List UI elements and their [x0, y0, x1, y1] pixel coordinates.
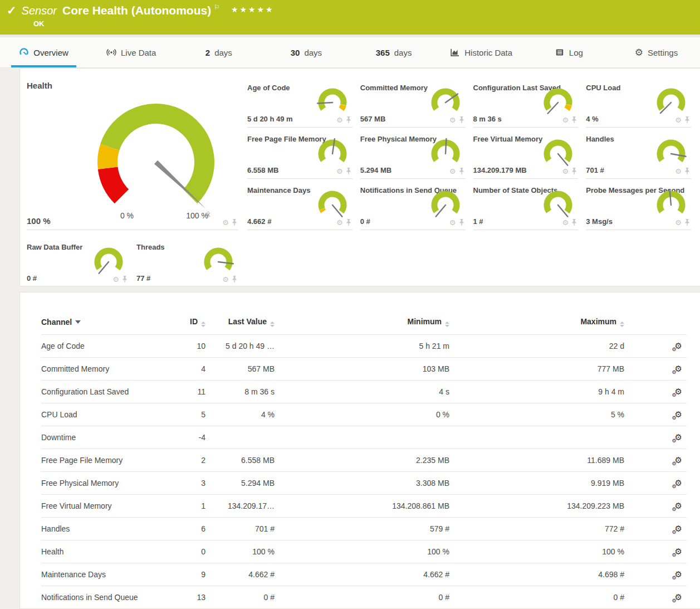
channel-settings-icon[interactable]: ⚙⚙	[675, 501, 682, 511]
channel-settings-icon[interactable]: ⚙⚙	[675, 387, 682, 397]
gear-icon[interactable]: ⚙	[562, 116, 569, 124]
tab-2-days[interactable]: 2 days	[175, 37, 262, 67]
gear-icon: ⚙	[672, 369, 677, 375]
gear-icon[interactable]: ⚙	[449, 168, 456, 175]
tab-label: days	[214, 48, 232, 57]
maximum-cell: 4.698 #	[449, 570, 624, 579]
gauge	[315, 189, 350, 221]
gear-icon[interactable]: ⚙	[336, 116, 343, 124]
gear-icon[interactable]: ⚙	[112, 276, 119, 283]
health-gauge: x̄	[72, 91, 239, 220]
channel-settings-icon[interactable]: ⚙⚙	[675, 410, 682, 420]
gauge-grid: Age of Code 5 d 20 h 49 m ⚙ Committed Me…	[247, 76, 700, 230]
gear-icon[interactable]: ⚙	[675, 116, 682, 124]
tab-30-days[interactable]: 30 days	[262, 37, 350, 67]
minimum-cell: 2.235 MB	[275, 456, 449, 465]
maximum-cell: 5 %	[449, 410, 624, 419]
gauge-tile: Age of Code 5 d 20 h 49 m ⚙	[247, 76, 353, 128]
gauge-tile-value: 5 d 20 h 49 m	[247, 115, 293, 123]
gauge	[315, 138, 350, 170]
flag-icon[interactable]: ⚐	[214, 3, 220, 11]
channel-settings-icon[interactable]: ⚙⚙	[675, 455, 682, 465]
log-icon	[555, 47, 565, 57]
gauge-tile: Threads 77 # ⚙	[136, 236, 238, 286]
tab-historic-data[interactable]: Historic Data	[438, 37, 525, 67]
gauge-tile: CPU Load 4 % ⚙	[586, 76, 691, 128]
last-value-cell: 6.558 MB	[205, 456, 275, 465]
channel-settings-icon[interactable]: ⚙⚙	[675, 432, 682, 442]
gear-icon: ⚙	[672, 392, 677, 398]
channel-settings-icon[interactable]: ⚙⚙	[675, 569, 682, 579]
pin-icon[interactable]	[346, 219, 351, 226]
pin-icon[interactable]	[346, 116, 351, 124]
channel-cell: Free Page File Memory	[41, 456, 180, 465]
channel-cell: Downtime	[41, 433, 180, 442]
tab-365-days[interactable]: 365 days	[350, 37, 438, 67]
channel-cell: Handles	[41, 524, 180, 533]
pin-icon[interactable]	[684, 116, 690, 124]
channel-cell: Health	[41, 547, 180, 556]
content-area: Health x̄ 0 % 100 % 100 % ⚙ Age of Code …	[0, 68, 700, 609]
gear-icon: ⚙	[672, 552, 677, 558]
channel-settings-icon[interactable]: ⚙⚙	[675, 478, 682, 488]
channel-settings-icon[interactable]: ⚙⚙	[675, 364, 682, 374]
channel-settings-icon[interactable]: ⚙⚙	[675, 341, 682, 351]
pin-icon[interactable]	[232, 276, 237, 283]
gauge-tile: Committed Memory 567 MB ⚙	[360, 76, 466, 128]
id-cell: 2	[180, 456, 205, 465]
health-tile-title: Health	[27, 76, 238, 90]
id-cell: 5	[180, 410, 205, 419]
channel-settings-icon[interactable]: ⚙⚙	[675, 592, 682, 602]
gear-icon: ⚙	[672, 461, 677, 466]
pin-icon[interactable]	[459, 168, 464, 175]
pin-icon[interactable]	[346, 168, 351, 175]
gear-icon: ⚙	[672, 506, 677, 512]
pin-icon[interactable]	[684, 219, 690, 226]
column-header-maximum[interactable]: Maximum	[449, 317, 624, 327]
pin-icon[interactable]	[684, 168, 690, 175]
last-value-cell: 5.294 MB	[205, 479, 275, 488]
gear-icon[interactable]: ⚙	[449, 219, 456, 226]
gauge-tile-value: 4 %	[586, 115, 598, 123]
tab-settings[interactable]: ⚙ Settings	[613, 37, 700, 67]
maximum-cell: 777 MB	[449, 364, 624, 373]
gauge-tile-value: 8 m 36 s	[473, 115, 502, 123]
gauge-tile: Free Physical Memory 5.294 MB ⚙	[360, 128, 466, 179]
channel-cell: CPU Load	[41, 410, 180, 419]
gear-icon[interactable]: ⚙	[675, 168, 682, 175]
channel-cell: Maintenance Days	[41, 570, 180, 579]
gear-icon[interactable]: ⚙	[562, 219, 569, 226]
gear-icon[interactable]: ⚙	[336, 219, 343, 226]
pin-icon[interactable]	[459, 116, 464, 124]
maximum-cell: 0 #	[449, 593, 624, 602]
channel-cell: Age of Code	[41, 342, 180, 350]
tab-log[interactable]: Log	[525, 37, 613, 67]
sort-icon	[201, 321, 205, 327]
column-header-id[interactable]: ID	[180, 317, 205, 327]
pin-icon[interactable]	[232, 219, 237, 226]
gear-icon[interactable]: ⚙	[449, 116, 456, 124]
gear-icon[interactable]: ⚙	[562, 168, 569, 175]
column-label: Minimum	[408, 317, 442, 326]
tab-overview[interactable]: Overview	[0, 37, 87, 67]
column-header-last-value[interactable]: Last Value	[205, 317, 275, 327]
pin-icon[interactable]	[571, 168, 577, 175]
priority-stars-icon[interactable]: ★★★★★	[231, 3, 275, 16]
pin-icon[interactable]	[122, 276, 128, 283]
channel-settings-icon[interactable]: ⚙⚙	[675, 547, 682, 557]
channel-settings-icon[interactable]: ⚙⚙	[675, 524, 682, 534]
last-value-cell: 701 #	[205, 524, 275, 533]
table-row: Maintenance Days 9 4.662 # 4.662 # 4.698…	[41, 563, 687, 586]
pin-icon[interactable]	[571, 219, 577, 226]
pin-icon[interactable]	[459, 219, 464, 226]
column-header-minimum[interactable]: Minimum	[275, 317, 449, 327]
column-header-channel[interactable]: Channel	[41, 318, 180, 327]
gauge-tile-value: 3 Msg/s	[586, 217, 613, 226]
column-label: ID	[190, 317, 198, 326]
gear-icon[interactable]: ⚙	[222, 219, 229, 226]
gear-icon[interactable]: ⚙	[675, 219, 682, 226]
gear-icon[interactable]: ⚙	[336, 168, 343, 175]
gear-icon[interactable]: ⚙	[222, 276, 229, 283]
pin-icon[interactable]	[571, 116, 577, 124]
tab-live-data[interactable]: Live Data	[87, 37, 175, 67]
